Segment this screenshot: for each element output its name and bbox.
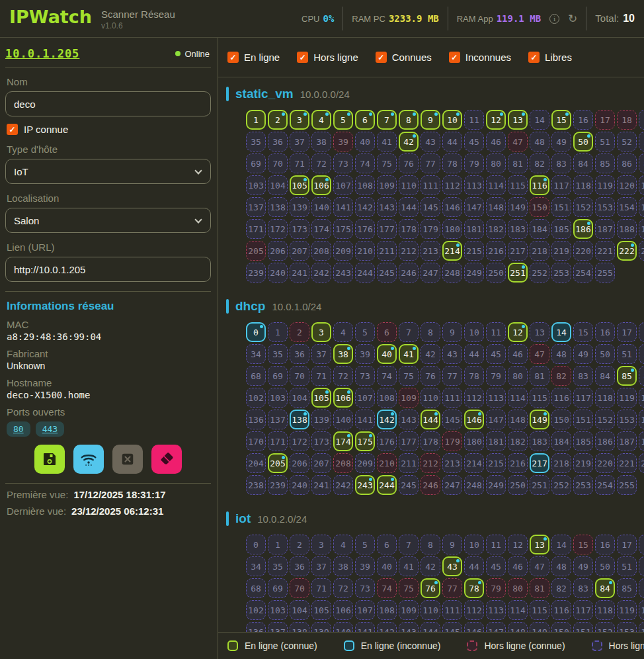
ip-cell[interactable]: 145 xyxy=(442,622,462,632)
ip-cell[interactable]: 188 xyxy=(617,219,637,239)
ip-cell[interactable]: 77 xyxy=(442,578,462,598)
ip-cell[interactable]: 188 xyxy=(639,431,644,451)
ip-cell[interactable]: 254 xyxy=(595,475,615,495)
ip-cell[interactable]: 144 xyxy=(421,622,440,632)
ip-cell[interactable]: 81 xyxy=(508,154,528,173)
ip-cell[interactable]: 215 xyxy=(464,241,484,261)
ip-cell[interactable]: 105 xyxy=(311,600,331,620)
ip-cell[interactable]: 176 xyxy=(377,431,397,451)
ip-cell[interactable]: 77 xyxy=(442,366,462,386)
ip-cell[interactable]: 205 xyxy=(268,453,288,473)
ip-cell[interactable]: 172 xyxy=(290,431,309,451)
ip-cell[interactable]: 43 xyxy=(421,132,440,152)
ip-cell[interactable]: 105 xyxy=(290,175,309,195)
ip-cell[interactable]: 78 xyxy=(464,366,484,386)
ip-cell[interactable]: 223 xyxy=(639,241,644,261)
ip-cell[interactable]: 216 xyxy=(486,241,506,261)
ip-cell[interactable]: 107 xyxy=(355,388,375,408)
ip-cell[interactable]: 146 xyxy=(442,197,462,217)
ip-cell[interactable]: 13 xyxy=(530,322,549,342)
ip-cell[interactable]: 86 xyxy=(639,366,644,386)
location-select[interactable]: Salon xyxy=(5,208,211,233)
ip-cell[interactable]: 68 xyxy=(246,366,266,386)
ip-cell[interactable]: 76 xyxy=(421,366,440,386)
ip-cell[interactable]: 118 xyxy=(573,175,593,195)
ip-cell[interactable]: 36 xyxy=(290,556,309,576)
ip-cell[interactable]: 4 xyxy=(333,322,353,342)
host-type-select[interactable]: IoT xyxy=(5,159,211,184)
ip-cell[interactable]: 189 xyxy=(639,219,644,239)
ip-cell[interactable]: 84 xyxy=(595,366,615,386)
ip-cell[interactable]: 8 xyxy=(421,322,440,342)
ip-cell[interactable]: 16 xyxy=(573,110,593,130)
ip-cell[interactable]: 210 xyxy=(355,241,375,261)
ip-cell[interactable]: 42 xyxy=(421,556,440,576)
ip-cell[interactable]: 12 xyxy=(508,322,528,342)
ip-cell[interactable]: 116 xyxy=(530,175,549,195)
ip-cell[interactable]: 52 xyxy=(639,556,644,576)
ip-cell[interactable]: 111 xyxy=(442,600,462,620)
ip-cell[interactable]: 139 xyxy=(290,197,309,217)
ip-cell[interactable]: 241 xyxy=(290,263,309,283)
erase-button[interactable] xyxy=(151,445,182,474)
ip-cell[interactable]: 50 xyxy=(595,344,615,364)
ip-cell[interactable]: 185 xyxy=(551,219,571,239)
ip-cell[interactable]: 42 xyxy=(399,132,419,152)
ip-cell[interactable]: 44 xyxy=(464,556,484,576)
ip-cell[interactable]: 45 xyxy=(486,344,506,364)
ip-cell[interactable]: 9 xyxy=(442,535,462,554)
ip-cell[interactable]: 112 xyxy=(464,600,484,620)
ip-cell[interactable]: 120 xyxy=(639,600,644,620)
ip-cell[interactable]: 70 xyxy=(290,578,309,598)
ip-cell[interactable]: 2 xyxy=(268,110,288,130)
ip-cell[interactable]: 245 xyxy=(377,263,397,283)
refresh-icon[interactable]: ↻ xyxy=(568,12,577,26)
ip-cell[interactable]: 220 xyxy=(595,453,615,473)
ip-cell[interactable]: 150 xyxy=(551,410,571,429)
ip-cell[interactable]: 79 xyxy=(464,154,484,173)
ip-cell[interactable]: 69 xyxy=(246,154,266,173)
ip-cell[interactable]: 104 xyxy=(290,600,309,620)
ip-cell[interactable]: 36 xyxy=(268,132,288,152)
ip-cell[interactable]: 73 xyxy=(355,366,375,386)
ip-cell[interactable]: 139 xyxy=(311,410,331,429)
ip-cell[interactable]: 141 xyxy=(355,410,375,429)
ip-cell[interactable]: 86 xyxy=(639,578,644,598)
ip-cell[interactable]: 48 xyxy=(551,344,571,364)
ip-cell[interactable]: 51 xyxy=(617,344,637,364)
ip-cell[interactable]: 38 xyxy=(311,132,331,152)
ip-cell[interactable]: 0 xyxy=(246,322,266,342)
ip-cell[interactable]: 39 xyxy=(355,344,375,364)
ip-cell[interactable]: 218 xyxy=(530,241,549,261)
ip-cell[interactable]: 170 xyxy=(246,431,266,451)
ip-cell[interactable]: 78 xyxy=(464,578,484,598)
ip-cell[interactable]: 103 xyxy=(268,388,288,408)
host-ip-link[interactable]: 10.0.1.205 xyxy=(5,47,79,60)
filter-inconnues[interactable]: ✓Inconnues xyxy=(449,52,511,63)
ip-cell[interactable]: 177 xyxy=(377,219,397,239)
ip-cell[interactable]: 52 xyxy=(639,344,644,364)
ip-cell[interactable]: 179 xyxy=(442,431,462,451)
ip-cell[interactable]: 110 xyxy=(421,388,440,408)
ip-cell[interactable]: 152 xyxy=(595,410,615,429)
ip-cell[interactable]: 205 xyxy=(246,241,266,261)
ip-cell[interactable]: 172 xyxy=(268,219,288,239)
ip-cell[interactable]: 40 xyxy=(355,132,375,152)
ip-cell[interactable]: 215 xyxy=(486,453,506,473)
ip-cell[interactable]: 252 xyxy=(530,263,549,283)
name-input[interactable] xyxy=(5,91,211,116)
ip-cell[interactable]: 112 xyxy=(442,175,462,195)
ip-cell[interactable]: 208 xyxy=(311,241,331,261)
ip-cell[interactable]: 47 xyxy=(508,132,528,152)
known-ip-check-row[interactable]: ✓ IP connue xyxy=(7,124,210,135)
ip-cell[interactable]: 217 xyxy=(508,241,528,261)
ip-cell[interactable]: 182 xyxy=(508,431,528,451)
ip-cell[interactable]: 45 xyxy=(486,556,506,576)
ip-cell[interactable]: 34 xyxy=(246,556,266,576)
ip-cell[interactable]: 53 xyxy=(639,132,644,152)
ip-cell[interactable]: 1 xyxy=(268,535,288,554)
ip-cell[interactable]: 138 xyxy=(290,410,309,429)
ip-cell[interactable]: 50 xyxy=(595,556,615,576)
ip-cell[interactable]: 2 xyxy=(290,535,309,554)
ip-cell[interactable]: 155 xyxy=(639,197,644,217)
